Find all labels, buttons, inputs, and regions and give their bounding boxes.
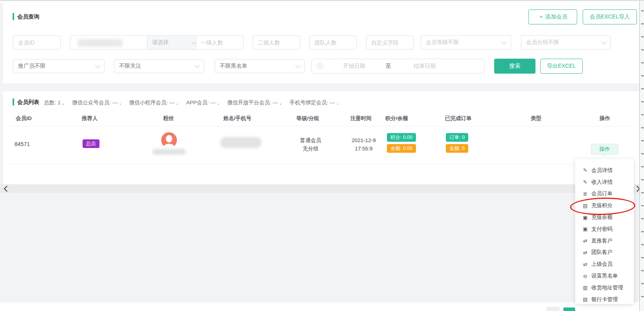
custom-field-input[interactable] <box>366 35 414 50</box>
menu-item-label: 设置黑名单 <box>591 272 618 280</box>
right-edge-clipped-content <box>639 1 644 311</box>
cell-completed-orders: 订单: 0 金额: 0 <box>446 133 468 153</box>
promoter-select-value: 推广员不限 <box>18 63 46 70</box>
reg-date-text: 2021-12-9 <box>348 136 379 144</box>
cell-reg-time: 2021-12-9 17:55:9 <box>348 136 379 153</box>
edit-icon: ✎ <box>582 179 589 185</box>
export-excel-label: 导出EXCEL <box>547 63 576 70</box>
member-stats-line: 总数: 1， 微信公众号会员: ---， 微信小程序会员: ---， APP会员… <box>44 99 340 106</box>
menu-item-pay-password[interactable]: ▣ 支付密码 <box>575 223 634 235</box>
menu-item-label: 直推客户 <box>591 237 613 244</box>
level2-count-input[interactable] <box>253 35 300 50</box>
money-icon: ▣ <box>582 215 589 220</box>
add-member-label: 添加会员 <box>545 13 567 20</box>
menu-item-label: 会员订单 <box>591 190 613 197</box>
stat-wechat-official: 微信公众号会员: ---， <box>72 99 123 106</box>
redacted-keyword-input[interactable] <box>70 35 147 50</box>
start-date-placeholder[interactable]: 开始日期 <box>323 63 386 70</box>
card-icon: ▤ <box>582 296 589 302</box>
stat-phone-bound: 手机号绑定会员: ---， <box>290 99 340 106</box>
row-action-label: 操作 <box>600 146 610 153</box>
add-member-button[interactable]: ＋ 添加会员 <box>528 9 577 24</box>
menu-item-label: 收货地址管理 <box>591 284 623 291</box>
menu-item-label: 上级会员 <box>591 261 613 268</box>
follow-filter-select[interactable]: 不限关注 <box>114 59 204 73</box>
search-button-label: 搜索 <box>510 63 521 70</box>
col-header-completed-orders: 已完成订单 <box>445 115 472 122</box>
excel-import-button[interactable]: 会员EXCEL导入 <box>583 9 637 24</box>
swap-arrows-icon: ⇄ <box>582 238 589 244</box>
grade-text: 普通会员 <box>291 136 330 144</box>
export-excel-button[interactable]: 导出EXCEL <box>540 59 583 74</box>
col-header-points-balance: 积分/余额 <box>385 115 408 122</box>
ban-icon: ⊖ <box>582 273 589 279</box>
section-accent-bar <box>13 98 14 106</box>
menu-item-shipping-address[interactable]: ▥ 收货地址管理 <box>575 282 634 294</box>
field-type-select-value: 请选择 <box>152 39 169 46</box>
avatar-body <box>164 144 175 148</box>
menu-item-direct-customers[interactable]: ⇄ 直推客户 <box>575 235 634 247</box>
table-row: 84571 总店 普通会员 无分组 2021-12-9 17:55:9 积分: … <box>0 126 639 164</box>
member-grade-select[interactable]: 会员等级不限 <box>421 35 511 50</box>
col-header-referrer: 推荐人 <box>82 115 98 122</box>
level1-count-input[interactable] <box>196 35 244 50</box>
edit-icon: ✎ <box>582 167 589 173</box>
row-action-button[interactable]: 操作 <box>591 144 618 155</box>
search-button[interactable]: 搜索 <box>494 59 535 74</box>
stat-app: APP会员: ---， <box>186 99 221 106</box>
member-group-select[interactable]: 会员分组不限 <box>521 35 611 50</box>
col-header-member-id: 会员ID <box>16 115 32 122</box>
redacted-name-phone <box>220 137 261 148</box>
col-header-name-phone: 姓名/手机号 <box>223 115 251 122</box>
blacklist-filter-select[interactable]: 不限黑名单 <box>215 59 305 73</box>
avatar <box>161 132 177 148</box>
stat-miniprogram: 微信小程序会员: ---， <box>129 99 180 106</box>
menu-item-income-detail[interactable]: ✎ 收入详情 <box>575 176 634 188</box>
cell-grade-group: 普通会员 无分组 <box>291 136 330 153</box>
query-section-title: 会员查询 <box>17 13 39 20</box>
clock-icon <box>317 63 323 69</box>
member-admin-page: { "colors":{"accent":"#2bb795","badge_gr… <box>0 0 644 311</box>
horizontal-scroll-strip[interactable] <box>0 184 644 193</box>
promoter-select[interactable]: 推广员不限 <box>13 59 105 73</box>
excel-import-label: 会员EXCEL导入 <box>590 13 630 20</box>
menu-item-set-blacklist[interactable]: ⊖ 设置黑名单 <box>575 270 634 282</box>
list-section-title: 会员列表 <box>17 98 39 106</box>
col-header-type: 类型 <box>531 115 541 122</box>
balance-badge: 余额: 0.00 <box>387 144 416 153</box>
right-edge-text-fragments <box>641 10 644 302</box>
menu-item-label: 银行卡管理 <box>591 296 618 303</box>
pagination-page-button[interactable] <box>563 307 575 311</box>
lower-background <box>0 193 644 302</box>
team-count-input[interactable] <box>309 35 357 50</box>
section-accent-bar <box>13 13 14 20</box>
date-range-picker[interactable]: 开始日期 至 结束日期 <box>311 59 485 74</box>
col-header-actions: 操作 <box>600 115 610 122</box>
swap-arrows-icon: ⇄ <box>582 261 589 267</box>
chevron-down-icon <box>601 39 606 44</box>
member-group-select-value: 会员分组不限 <box>526 39 559 46</box>
plus-icon: ＋ <box>538 13 544 20</box>
member-id-input[interactable] <box>13 35 61 50</box>
group-text: 无分组 <box>291 144 330 153</box>
table-row-divider <box>8 164 631 165</box>
list-icon: ≣ <box>582 191 589 197</box>
menu-item-member-detail[interactable]: ✎ 会员详情 <box>575 165 634 176</box>
redacted-input-value <box>77 39 123 47</box>
menu-item-upline-member[interactable]: ⇄ 上级会员 <box>575 258 634 270</box>
menu-item-team-customers[interactable]: ⇄ 团队客户 <box>575 247 634 259</box>
truck-icon: ▥ <box>582 285 589 291</box>
action-dropdown-menu: ✎ 会员详情 ✎ 收入详情 ≣ 会员订单 ▤ 充值积分 ▣ 充值余额 ▣ 支付密… <box>575 159 634 304</box>
date-range-separator: 至 <box>386 63 391 70</box>
amount-badge: 金额: 0 <box>446 144 468 153</box>
stat-open-platform: 微信开放平台会员: ---， <box>227 99 283 106</box>
menu-item-bank-card[interactable]: ▤ 银行卡管理 <box>575 294 634 305</box>
orders-badge: 订单: 0 <box>446 133 468 142</box>
pagination-prev-button[interactable] <box>546 307 560 311</box>
field-type-select[interactable]: 请选择 <box>147 35 201 50</box>
reg-time-text: 17:55:9 <box>348 144 379 153</box>
avatar-head <box>166 135 172 143</box>
money-icon: ▣ <box>582 226 589 232</box>
end-date-placeholder[interactable]: 结束日期 <box>391 63 458 70</box>
menu-item-label: 团队客户 <box>591 249 613 256</box>
